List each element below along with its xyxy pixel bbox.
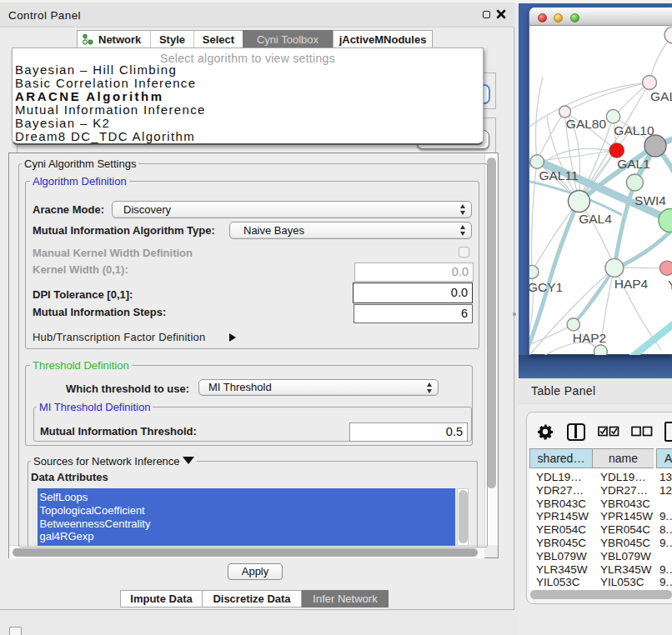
svg-text:SWI4: SWI4 [634,193,666,208]
svg-text:HAP4: HAP4 [614,277,649,291]
svg-text:GAL10: GAL10 [614,123,654,138]
svg-text:GAL4: GAL4 [579,212,612,226]
svg-text:GAL2: GAL2 [650,89,672,103]
svg-text:HAP2: HAP2 [573,331,607,345]
svg-text:GAL1: GAL1 [617,157,650,171]
svg-text:GAL80: GAL80 [566,117,607,131]
svg-text:GCY1: GCY1 [529,280,563,294]
svg-text:GAL11: GAL11 [539,168,578,182]
svg-text:YE: YE [668,278,672,292]
